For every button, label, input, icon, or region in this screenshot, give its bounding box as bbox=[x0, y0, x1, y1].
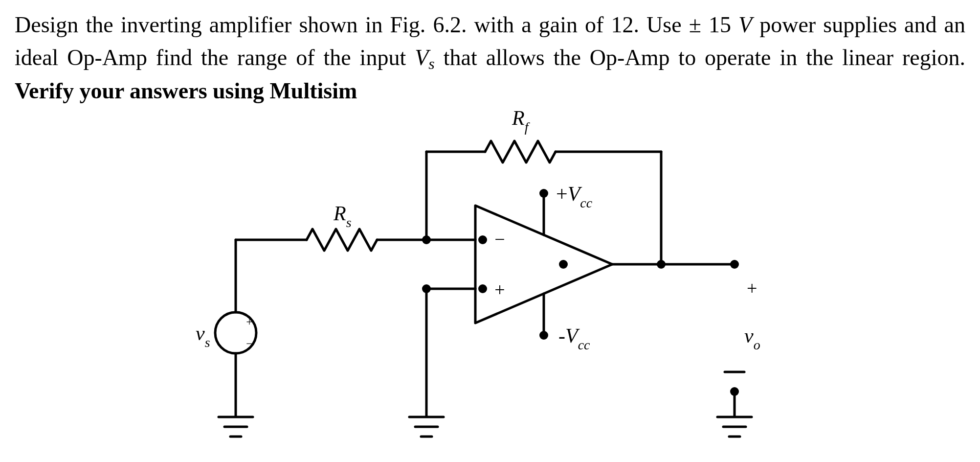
vs-symbol: V bbox=[415, 45, 428, 70]
unit-volt: V bbox=[738, 12, 752, 37]
vo-plus: + bbox=[747, 278, 757, 299]
source-minus: − bbox=[246, 337, 253, 350]
node-dot bbox=[539, 189, 548, 198]
label-rf: Rf bbox=[512, 108, 530, 135]
ground-icon bbox=[409, 417, 444, 437]
circuit-svg: Rf Rs +Vcc -Vcc − + vs + − + vo bbox=[172, 108, 808, 462]
resistor-rs-icon bbox=[307, 229, 377, 251]
vs-subscript: s bbox=[428, 55, 435, 72]
ground-icon bbox=[219, 417, 253, 437]
node-dot bbox=[559, 260, 568, 269]
label-rs: Rs bbox=[333, 202, 352, 230]
label-vo: vo bbox=[744, 324, 760, 352]
node-dot bbox=[478, 284, 487, 293]
circuit-diagram: Rf Rs +Vcc -Vcc − + vs + − + vo bbox=[15, 108, 965, 462]
problem-statement: Design the inverting amplifier shown in … bbox=[15, 9, 965, 108]
opamp-minus: − bbox=[494, 229, 505, 250]
node-dot bbox=[539, 331, 548, 340]
opamp-plus: + bbox=[494, 279, 505, 300]
label-vs: vs bbox=[196, 322, 210, 350]
resistor-rf-icon bbox=[485, 141, 556, 162]
node-dot bbox=[478, 235, 487, 244]
ground-icon bbox=[717, 417, 752, 437]
text-part-1: Design the inverting amplifier shown in … bbox=[15, 12, 738, 37]
label-minus-vcc: -Vcc bbox=[558, 324, 590, 352]
label-plus-vcc: +Vcc bbox=[556, 183, 593, 210]
node-dot bbox=[657, 260, 666, 269]
source-plus: + bbox=[246, 315, 253, 328]
node-dot bbox=[730, 260, 739, 269]
text-bold: Verify your answers using Multisim bbox=[15, 78, 357, 103]
text-part-3: that allows the Op-Amp to operate in the… bbox=[435, 45, 965, 70]
